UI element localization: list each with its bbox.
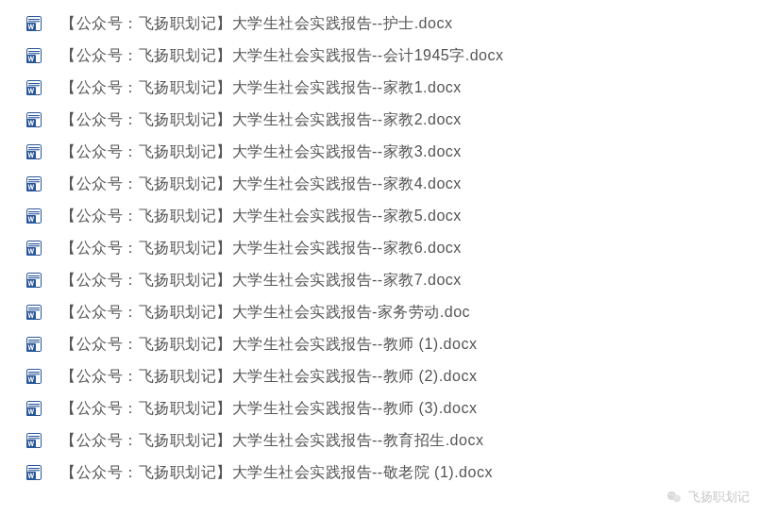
svg-rect-50 bbox=[28, 406, 40, 407]
file-list: 【公众号：飞扬职划记】大学生社会实践报告--护士.docx【公众号：飞扬职划记】… bbox=[0, 0, 776, 489]
word-doc-icon bbox=[26, 305, 42, 320]
svg-rect-13 bbox=[28, 115, 40, 116]
word-doc-icon bbox=[26, 465, 42, 480]
file-name: 【公众号：飞扬职划记】大学生社会实践报告--教师 (3).docx bbox=[60, 399, 477, 419]
watermark: 飞扬职划记 bbox=[666, 489, 750, 506]
svg-rect-29 bbox=[28, 243, 40, 244]
svg-rect-39 bbox=[26, 311, 36, 320]
svg-rect-11 bbox=[26, 87, 36, 95]
file-name: 【公众号：飞扬职划记】大学生社会实践报告--教育招生.docx bbox=[60, 431, 483, 451]
file-item[interactable]: 【公众号：飞扬职划记】大学生社会实践报告--家教6.docx bbox=[26, 232, 776, 264]
svg-rect-34 bbox=[28, 277, 40, 278]
svg-rect-27 bbox=[26, 215, 36, 224]
svg-rect-33 bbox=[28, 275, 40, 276]
word-doc-icon bbox=[26, 337, 42, 352]
file-item[interactable]: 【公众号：飞扬职划记】大学生社会实践报告--家教3.docx bbox=[26, 136, 776, 168]
word-doc-icon bbox=[26, 176, 42, 191]
file-name: 【公众号：飞扬职划记】大学生社会实践报告--教师 (1).docx bbox=[60, 335, 477, 355]
svg-rect-37 bbox=[28, 308, 40, 308]
svg-rect-58 bbox=[28, 470, 40, 471]
word-doc-icon bbox=[26, 48, 42, 63]
word-doc-icon bbox=[26, 16, 42, 31]
file-item[interactable]: 【公众号：飞扬职划记】大学生社会实践报告--家教2.docx bbox=[26, 104, 776, 136]
svg-rect-49 bbox=[28, 404, 40, 405]
svg-rect-38 bbox=[28, 309, 40, 310]
svg-rect-54 bbox=[28, 438, 40, 439]
svg-rect-7 bbox=[26, 55, 36, 63]
svg-rect-42 bbox=[28, 341, 40, 342]
svg-point-64 bbox=[675, 497, 676, 498]
file-name: 【公众号：飞扬职划记】大学生社会实践报告--家教1.docx bbox=[60, 78, 462, 98]
svg-rect-25 bbox=[28, 211, 40, 212]
svg-rect-23 bbox=[26, 183, 36, 191]
file-item[interactable]: 【公众号：飞扬职划记】大学生社会实践报告--教育招生.docx bbox=[26, 424, 776, 457]
word-doc-icon bbox=[26, 433, 42, 448]
svg-rect-30 bbox=[28, 245, 40, 246]
file-name: 【公众号：飞扬职划记】大学生社会实践报告--家教4.docx bbox=[60, 175, 462, 194]
svg-rect-19 bbox=[26, 151, 36, 159]
svg-rect-1 bbox=[28, 19, 40, 20]
svg-rect-22 bbox=[28, 181, 40, 182]
file-name: 【公众号：飞扬职划记】大学生社会实践报告--家教3.docx bbox=[60, 142, 462, 162]
file-name: 【公众号：飞扬职划记】大学生社会实践报告--护士.docx bbox=[60, 14, 452, 34]
word-doc-icon bbox=[26, 80, 42, 95]
file-name: 【公众号：飞扬职划记】大学生社会实践报告--会计1945字.docx bbox=[60, 46, 504, 66]
file-name: 【公众号：飞扬职划记】大学生社会实践报告--家教6.docx bbox=[60, 239, 462, 258]
svg-point-63 bbox=[672, 494, 673, 495]
svg-point-65 bbox=[678, 497, 679, 498]
word-doc-icon bbox=[26, 369, 42, 384]
svg-rect-35 bbox=[26, 279, 36, 288]
svg-rect-15 bbox=[26, 119, 36, 127]
file-item[interactable]: 【公众号：飞扬职划记】大学生社会实践报告--教师 (2).docx bbox=[26, 360, 776, 392]
svg-rect-14 bbox=[28, 117, 40, 118]
svg-rect-41 bbox=[28, 340, 40, 341]
svg-rect-17 bbox=[28, 147, 40, 148]
svg-rect-45 bbox=[28, 372, 40, 373]
svg-rect-2 bbox=[28, 21, 40, 22]
word-doc-icon bbox=[26, 241, 42, 256]
svg-rect-46 bbox=[28, 374, 40, 374]
file-item[interactable]: 【公众号：飞扬职划记】大学生社会实践报告--会计1945字.docx bbox=[26, 40, 776, 72]
svg-rect-57 bbox=[28, 468, 40, 469]
svg-rect-59 bbox=[26, 472, 36, 480]
svg-rect-53 bbox=[28, 436, 40, 437]
svg-rect-9 bbox=[28, 83, 40, 84]
file-item[interactable]: 【公众号：飞扬职划记】大学生社会实践报告-家务劳动.doc bbox=[26, 296, 776, 328]
file-item[interactable]: 【公众号：飞扬职划记】大学生社会实践报告--家教4.docx bbox=[26, 168, 776, 200]
word-doc-icon bbox=[26, 208, 42, 224]
file-item[interactable]: 【公众号：飞扬职划记】大学生社会实践报告--家教1.docx bbox=[26, 72, 776, 104]
svg-point-62 bbox=[669, 494, 670, 495]
svg-rect-3 bbox=[26, 23, 36, 31]
file-item[interactable]: 【公众号：飞扬职划记】大学生社会实践报告--护士.docx bbox=[26, 8, 776, 40]
file-name: 【公众号：飞扬职划记】大学生社会实践报告--家教5.docx bbox=[60, 207, 462, 226]
file-name: 【公众号：飞扬职划记】大学生社会实践报告-家务劳动.doc bbox=[60, 303, 470, 323]
svg-rect-10 bbox=[28, 85, 40, 86]
word-doc-icon bbox=[26, 401, 42, 416]
file-item[interactable]: 【公众号：飞扬职划记】大学生社会实践报告--教师 (1).docx bbox=[26, 328, 776, 360]
file-item[interactable]: 【公众号：飞扬职划记】大学生社会实践报告--教师 (3).docx bbox=[26, 392, 776, 424]
word-doc-icon bbox=[26, 112, 42, 127]
file-item[interactable]: 【公众号：飞扬职划记】大学生社会实践报告--敬老院 (1).docx bbox=[26, 457, 776, 489]
svg-rect-6 bbox=[28, 53, 40, 54]
word-doc-icon bbox=[26, 273, 42, 288]
svg-point-61 bbox=[673, 495, 681, 503]
svg-rect-31 bbox=[26, 247, 36, 256]
file-name: 【公众号：飞扬职划记】大学生社会实践报告--教师 (2).docx bbox=[60, 367, 477, 387]
svg-rect-43 bbox=[26, 343, 36, 352]
file-name: 【公众号：飞扬职划记】大学生社会实践报告--家教7.docx bbox=[60, 271, 462, 291]
svg-rect-21 bbox=[28, 179, 40, 180]
file-item[interactable]: 【公众号：飞扬职划记】大学生社会实践报告--家教5.docx bbox=[26, 200, 776, 232]
svg-rect-5 bbox=[28, 51, 40, 52]
svg-rect-51 bbox=[26, 407, 36, 416]
watermark-text: 飞扬职划记 bbox=[688, 489, 750, 506]
file-item[interactable]: 【公众号：飞扬职划记】大学生社会实践报告--家教7.docx bbox=[26, 264, 776, 296]
file-name: 【公众号：飞扬职划记】大学生社会实践报告--家教2.docx bbox=[60, 110, 462, 130]
word-doc-icon bbox=[26, 144, 42, 159]
svg-rect-47 bbox=[26, 375, 36, 384]
svg-rect-18 bbox=[28, 149, 40, 150]
svg-rect-55 bbox=[26, 440, 36, 448]
wechat-icon bbox=[666, 489, 683, 506]
svg-rect-26 bbox=[28, 213, 40, 214]
file-name: 【公众号：飞扬职划记】大学生社会实践报告--敬老院 (1).docx bbox=[60, 463, 493, 483]
